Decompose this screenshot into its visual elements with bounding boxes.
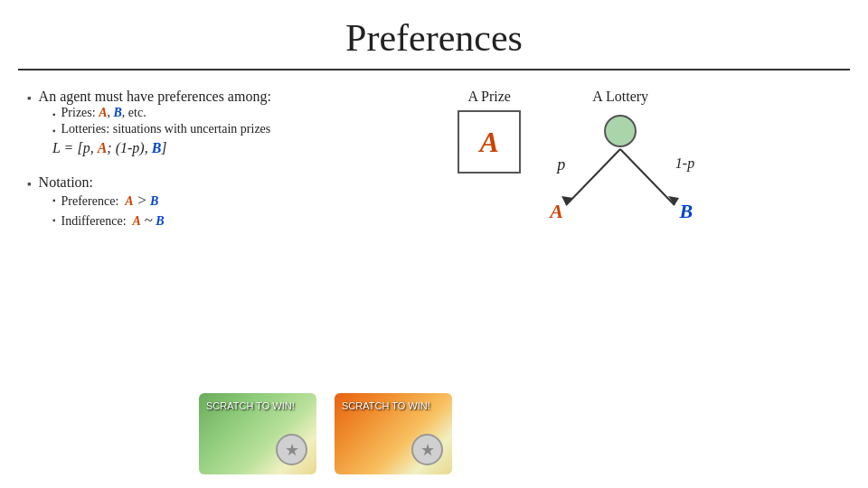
sub-icon-2: ▪ (52, 126, 56, 136)
right-column: A Prize A A Lottery p (458, 89, 841, 230)
lottery-label-p: p (557, 155, 565, 174)
prizes-text: Prizes: A, B, etc. (61, 106, 146, 120)
sub-bullet-lotteries: ▪ Lotteries: situations with uncertain p… (52, 122, 448, 136)
lottery-label-b: B (680, 200, 693, 223)
bullet-main-2: ▪ Notation: (27, 174, 448, 192)
sub-bullet-prizes: ▪ Prizes: A, B, etc. (52, 106, 448, 120)
ticket-1-text: SCRATCH TO WIN! (206, 400, 295, 412)
bullet-main-1: ▪ An agent must have preferences among: (27, 89, 448, 106)
bullet-icon-1: ▪ (27, 91, 32, 106)
prize-label: A Prize (467, 89, 511, 105)
bullet-text-2: Notation: (39, 174, 93, 191)
sub-icon-1: ▪ (52, 109, 56, 119)
prize-box: A (458, 110, 521, 174)
section1: ▪ An agent must have preferences among: … (27, 89, 448, 156)
ticket-1-star: ★ (285, 440, 299, 460)
sub-bullets-2: ▪ Preference: A > B ▪ Indifference: A ~ … (52, 192, 448, 230)
lottery-label: A Lottery (592, 89, 648, 105)
ticket-2-star: ★ (420, 440, 435, 460)
ticket-1-scratch: ★ (276, 434, 307, 465)
preference-text: Preference: A > B (61, 192, 159, 210)
lotteries-text: Lotteries: situations with uncertain pri… (61, 122, 271, 136)
sub-icon-4: ▪ (52, 215, 56, 225)
prize-column: A Prize A (458, 89, 521, 174)
sub-icon-3: ▪ (52, 195, 56, 205)
page-title: Preferences (0, 0, 868, 69)
lottery-node-top (604, 115, 637, 147)
ticket-2: SCRATCH TO WIN! ★ (335, 393, 452, 474)
lottery-column: A Lottery p 1-p A B (539, 89, 702, 228)
prize-letter: A (480, 126, 499, 159)
svg-line-0 (566, 149, 620, 205)
formula: L = [p, A; (1-p), B] (52, 140, 448, 156)
section2: ▪ Notation: ▪ Preference: A > B ▪ Indiff… (27, 174, 448, 230)
bullet-text-1: An agent must have preferences among: (39, 89, 271, 105)
ticket-1: SCRATCH TO WIN! ★ (199, 393, 316, 474)
left-column: ▪ An agent must have preferences among: … (27, 89, 448, 230)
indifference-text: Indifference: A ~ B (61, 211, 165, 230)
bullet-icon-2: ▪ (27, 177, 32, 192)
lottery-label-a: A (550, 200, 563, 223)
ticket-2-text: SCRATCH TO WIN! (342, 400, 430, 412)
sub-bullet-indifference: ▪ Indifference: A ~ B (52, 211, 448, 230)
sub-bullets-1: ▪ Prizes: A, B, etc. ▪ Lotteries: situat… (52, 106, 448, 136)
lottery-diagram: p 1-p A B (539, 110, 702, 228)
ticket-2-scratch: ★ (411, 434, 443, 465)
sub-bullet-preference: ▪ Preference: A > B (52, 192, 448, 210)
tickets-row: SCRATCH TO WIN! ★ SCRATCH TO WIN! ★ (199, 393, 452, 474)
lottery-label-1p: 1-p (675, 155, 694, 172)
svg-line-1 (620, 149, 675, 205)
main-content: ▪ An agent must have preferences among: … (0, 70, 868, 230)
